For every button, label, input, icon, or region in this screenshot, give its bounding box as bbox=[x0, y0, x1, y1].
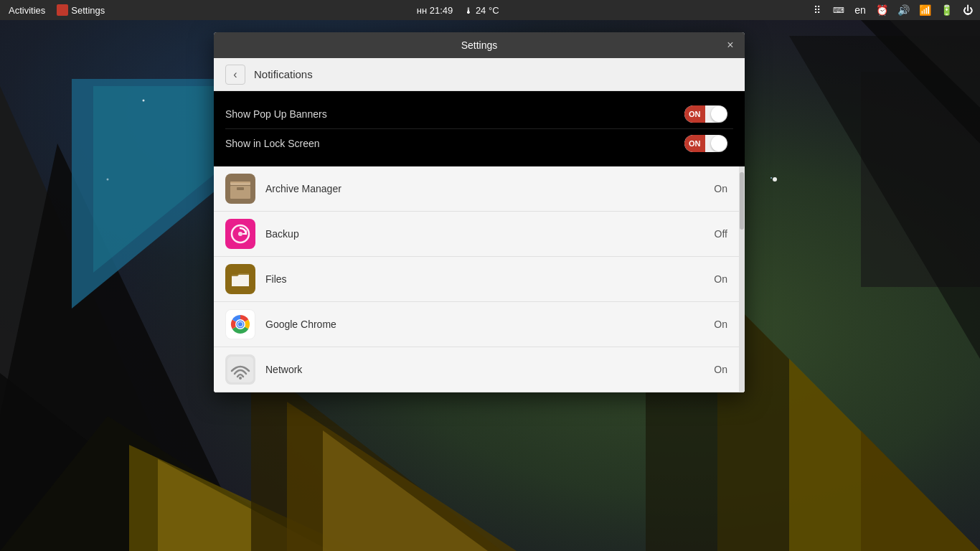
clock-icon[interactable]: ⏰ bbox=[875, 4, 888, 17]
settings-app-icon bbox=[57, 4, 68, 16]
backup-icon bbox=[225, 219, 255, 249]
notifications-header: ‹ Notifications bbox=[214, 58, 745, 91]
network-status: On bbox=[714, 364, 727, 375]
svg-point-23 bbox=[143, 100, 145, 102]
svg-point-26 bbox=[107, 179, 109, 181]
svg-point-46 bbox=[239, 377, 242, 380]
keyboard-lang-label[interactable]: en bbox=[854, 4, 867, 17]
battery-icon[interactable]: 🔋 bbox=[940, 4, 953, 17]
topbar-center: нн 21:49 🌡 24 °C bbox=[417, 5, 499, 16]
settings-app-label: Settings bbox=[71, 5, 105, 16]
settings-window: Settings × ‹ Notifications Show Pop Up B… bbox=[214, 32, 745, 392]
chrome-label: Google Chrome bbox=[265, 319, 714, 330]
window-close-button[interactable]: × bbox=[723, 38, 738, 52]
scrollbar-thumb[interactable] bbox=[740, 172, 744, 230]
show-popup-banners-row: Show Pop Up Banners ON bbox=[225, 100, 733, 128]
topbar: Activities Settings нн 21:49 🌡 24 °C ⠿ ⌨… bbox=[0, 0, 980, 20]
window-title: Settings bbox=[461, 39, 498, 51]
show-popup-banners-toggle[interactable]: ON bbox=[684, 105, 733, 123]
lock-toggle-on[interactable]: ON bbox=[684, 135, 727, 152]
app-row-backup[interactable]: Backup Off bbox=[214, 212, 745, 257]
show-lock-screen-label: Show in Lock Screen bbox=[225, 138, 320, 149]
topbar-left: Activities Settings bbox=[6, 4, 105, 17]
svg-point-28 bbox=[773, 177, 777, 182]
files-status: On bbox=[714, 273, 727, 285]
back-button[interactable]: ‹ bbox=[225, 65, 245, 85]
chrome-icon bbox=[225, 309, 255, 339]
backup-label: Backup bbox=[265, 228, 715, 240]
activities-button[interactable]: Activities bbox=[6, 4, 48, 17]
show-popup-banners-label: Show Pop Up Banners bbox=[225, 108, 327, 120]
black-section: Show Pop Up Banners ON Show in Lock Scre… bbox=[214, 91, 745, 166]
power-icon[interactable]: ⏻ bbox=[961, 4, 974, 17]
archive-manager-icon bbox=[225, 174, 255, 204]
chrome-status: On bbox=[714, 319, 727, 330]
network-icon bbox=[225, 354, 255, 385]
window-titlebar: Settings × bbox=[214, 32, 745, 58]
files-icon bbox=[225, 264, 255, 294]
show-lock-screen-row: Show in Lock Screen ON bbox=[225, 128, 733, 158]
weather-display: 🌡 24 °C bbox=[464, 5, 499, 16]
svg-rect-33 bbox=[237, 187, 244, 190]
notifications-title: Notifications bbox=[254, 68, 313, 80]
app-row-network[interactable]: Network On bbox=[214, 347, 745, 392]
scrollbar-track[interactable] bbox=[739, 166, 745, 392]
temperature-value: 24 °C bbox=[476, 5, 499, 16]
volume-icon[interactable]: 🔊 bbox=[897, 4, 910, 17]
svg-point-37 bbox=[238, 232, 242, 236]
svg-point-44 bbox=[238, 322, 242, 326]
clock-display: нн 21:49 bbox=[417, 5, 453, 16]
backup-status: Off bbox=[715, 228, 727, 240]
app-row-archive-manager[interactable]: Archive Manager On bbox=[214, 166, 745, 212]
app-row-chrome[interactable]: Google Chrome On bbox=[214, 302, 745, 347]
archive-manager-status: On bbox=[714, 183, 727, 194]
popup-toggle-label: ON bbox=[684, 105, 705, 123]
app-list: Archive Manager On Backup Off bbox=[214, 166, 745, 392]
network-label: Network bbox=[265, 364, 714, 375]
app-name-display: Settings bbox=[57, 4, 105, 16]
show-lock-screen-toggle[interactable]: ON bbox=[684, 135, 733, 152]
back-icon: ‹ bbox=[233, 68, 237, 81]
svg-rect-34 bbox=[230, 182, 250, 183]
files-label: Files bbox=[265, 273, 714, 285]
svg-point-29 bbox=[771, 177, 772, 179]
lock-toggle-label: ON bbox=[684, 135, 705, 152]
popup-toggle-knob bbox=[711, 106, 727, 122]
app-row-files[interactable]: Files On bbox=[214, 257, 745, 302]
lock-toggle-knob bbox=[711, 136, 727, 151]
topbar-right: ⠿ ⌨ en ⏰ 🔊 📶 🔋 ⏻ bbox=[811, 4, 974, 17]
keyboard-icon[interactable]: ⌨ bbox=[832, 4, 845, 17]
temperature-icon: 🌡 bbox=[464, 6, 473, 16]
popup-toggle-on[interactable]: ON bbox=[684, 105, 727, 123]
wifi-icon[interactable]: 📶 bbox=[918, 4, 931, 17]
apps-grid-icon[interactable]: ⠿ bbox=[811, 4, 824, 17]
archive-manager-label: Archive Manager bbox=[265, 183, 714, 194]
